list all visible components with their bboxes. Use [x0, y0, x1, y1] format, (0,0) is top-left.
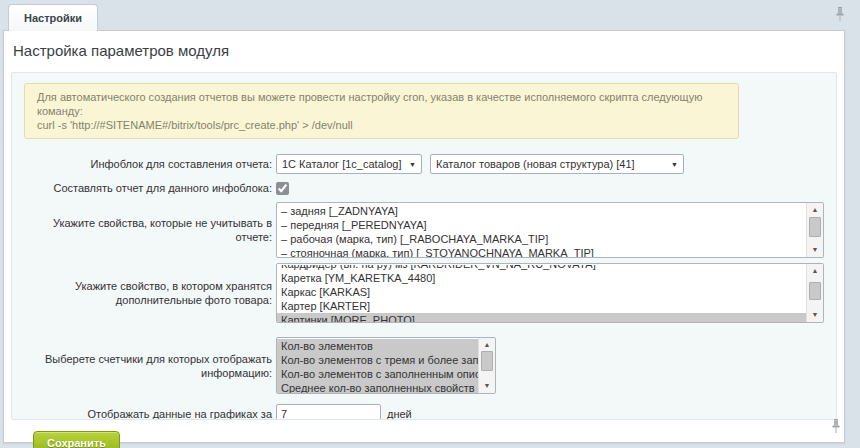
scroll-down-icon[interactable]: ▼	[479, 380, 495, 392]
pin-icon[interactable]	[835, 6, 845, 24]
pin-icon[interactable]	[831, 418, 841, 436]
photo-prop-label: Укажите свойство, в котором хранятся доп…	[24, 279, 276, 307]
select-option[interactable]: Каркас [KARKAS]	[277, 285, 823, 299]
scroll-up-icon[interactable]: ▲	[807, 204, 823, 216]
infoblock-value: Каталог товаров (новая структура) [41]	[436, 158, 635, 170]
exclude-props-select[interactable]: ▲ ▼ – задняя [_ZADNYAYA]– передняя [_PER…	[276, 202, 824, 258]
scrollbar[interactable]: ▲ ▼	[478, 338, 495, 393]
page-title: Настройка параметров модуля	[13, 42, 844, 59]
scrollbar-thumb[interactable]	[809, 282, 821, 300]
counters-label: Выберете счетчики для которых отображать…	[24, 352, 276, 380]
scroll-up-icon[interactable]: ▲	[807, 265, 823, 277]
row-compose-report: Составлять отчет для данного инфоблока:	[24, 181, 824, 195]
form-actions: Сохранить	[33, 431, 844, 448]
photo-prop-select[interactable]: ▲ ▼ Кардридер (вн. на ру) мз [KARDRIDER_…	[276, 263, 824, 323]
dropdown-arrow-icon: ▼	[409, 161, 416, 168]
settings-page: Настройки Настройка параметров модуля Дл…	[0, 0, 860, 448]
tab-bar: Настройки	[0, 0, 860, 30]
cron-notice: Для автоматического создания отчетов вы …	[24, 83, 739, 139]
compose-report-label: Составлять отчет для данного инфоблока:	[24, 181, 276, 195]
cron-notice-line2: curl -s 'http://#SITENAME#/bitrix/tools/…	[37, 118, 726, 132]
row-photo-prop: Укажите свойство, в котором хранятся доп…	[24, 263, 824, 323]
tab-settings-label: Настройки	[24, 12, 82, 24]
counters-select[interactable]: ▲ ▼ Кол-во элементовКол-во элементов с т…	[276, 337, 496, 394]
scrollbar[interactable]: ▲ ▼	[806, 203, 823, 257]
row-counters: Выберете счетчики для которых отображать…	[24, 337, 824, 394]
select-option[interactable]: Кол-во элементов с заполненным описанием	[277, 367, 495, 381]
select-option[interactable]: Картинки [MORE_PHOTO]	[277, 313, 823, 323]
infoblock-label: Инфоблок для составления отчета:	[24, 157, 276, 171]
graph-days-label: Отображать данные на графиках за	[24, 407, 276, 421]
graph-days-suffix: дней	[387, 408, 412, 420]
select-option[interactable]: – стояночная (марка, тип) [_STOYANOCHNAY…	[277, 246, 823, 258]
graph-days-input[interactable]	[276, 404, 381, 420]
select-option[interactable]: Картер [KARTER]	[277, 299, 823, 313]
tab-settings[interactable]: Настройки	[8, 4, 98, 31]
compose-report-checkbox[interactable]	[276, 182, 289, 195]
scrollbar[interactable]: ▲ ▼	[806, 264, 823, 322]
module-settings-form: Для автоматического создания отчетов вы …	[11, 72, 837, 420]
select-option[interactable]: – задняя [_ZADNYAYA]	[277, 204, 823, 218]
row-exclude-props: Укажите свойства, которые не учитывать в…	[24, 202, 824, 258]
select-option[interactable]: Среднее кол-во заполненных свойств на эл…	[277, 381, 495, 394]
scroll-down-icon[interactable]: ▼	[807, 309, 823, 321]
infoblock-type-value: 1С Каталог [1c_catalog]	[282, 158, 401, 170]
select-option[interactable]: Кол-во элементов с тремя и более заполне…	[277, 353, 495, 367]
scrollbar-thumb[interactable]	[809, 217, 821, 237]
exclude-props-label: Укажите свойства, которые не учитывать в…	[24, 216, 276, 244]
scroll-down-icon[interactable]: ▼	[807, 244, 823, 256]
infoblock-select[interactable]: Каталог товаров (новая структура) [41] ▼	[430, 154, 684, 174]
save-button[interactable]: Сохранить	[33, 431, 120, 448]
select-option[interactable]: Кол-во элементов	[277, 339, 495, 353]
cron-notice-line1: Для автоматического создания отчетов вы …	[37, 90, 726, 118]
select-option[interactable]: – рабочая (марка, тип) [_RABOCHAYA_MARKA…	[277, 232, 823, 246]
dropdown-arrow-icon: ▼	[671, 161, 678, 168]
infoblock-type-select[interactable]: 1С Каталог [1c_catalog] ▼	[276, 154, 422, 174]
scrollbar-thumb[interactable]	[481, 351, 493, 371]
scroll-up-icon[interactable]: ▲	[479, 339, 495, 351]
row-infoblock: Инфоблок для составления отчета: 1С Ката…	[24, 154, 824, 174]
content-panel: Настройка параметров модуля Для автомати…	[3, 30, 845, 443]
select-option[interactable]: – передняя [_PEREDNYAYA]	[277, 218, 823, 232]
select-option[interactable]: Каретка [YM_KARETKA_4480]	[277, 271, 823, 285]
row-graph-days: Отображать данные на графиках за дней	[24, 404, 824, 420]
